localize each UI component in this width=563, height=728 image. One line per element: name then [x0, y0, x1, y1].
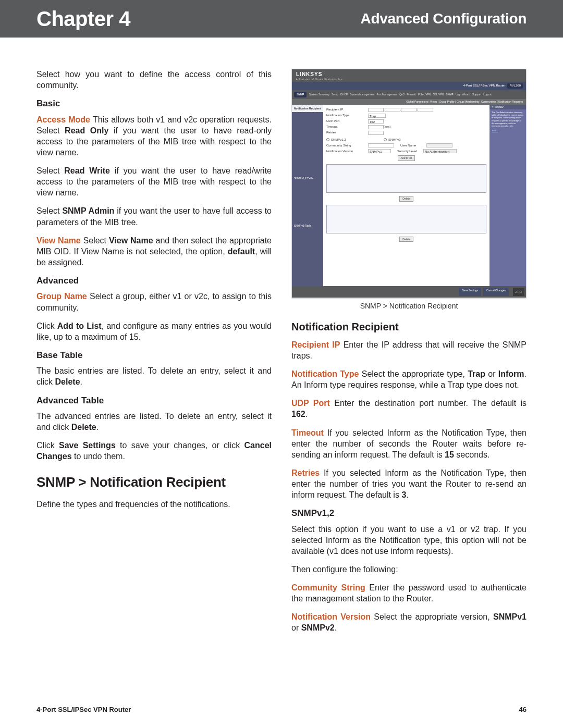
- text: to undo them.: [72, 452, 125, 461]
- read-write-para: Select Read Write if you want the user t…: [36, 165, 272, 198]
- tab[interactable]: Port Management: [376, 93, 397, 96]
- notification-type-para: Notification Type Select the appropriate…: [291, 368, 527, 390]
- model-bar: 4-Port SSL/IPSec VPN Router RVL200: [292, 82, 526, 90]
- tab[interactable]: Log: [456, 93, 460, 96]
- base-table-heading: Base Table: [36, 350, 272, 361]
- model-line: 4-Port SSL/IPSec VPN Router: [463, 84, 506, 88]
- lbl-un: User Name: [400, 144, 426, 148]
- tab[interactable]: QoS: [399, 93, 405, 96]
- tab[interactable]: SSL VPN: [433, 93, 444, 96]
- lbl-r2: SNMPv3: [388, 138, 401, 141]
- nav-active[interactable]: Notification Recipient: [292, 105, 323, 113]
- recipient-ip-term: Recipient IP: [291, 340, 340, 349]
- snmp-admin-para: Select SNMP Admin if you want the user t…: [36, 205, 272, 227]
- logo-text: LINKSYS: [296, 71, 322, 77]
- left-nav: Notification Recipient SNMPv1,2 Table SN…: [292, 105, 323, 286]
- tab[interactable]: IPSec VPN: [418, 93, 431, 96]
- add-to-list-button[interactable]: Add to list: [398, 155, 415, 161]
- un-input[interactable]: [426, 143, 452, 147]
- ip-input[interactable]: [368, 108, 384, 112]
- text: If you selected Inform as the Notificati…: [291, 428, 527, 459]
- tab[interactable]: Wizard: [462, 93, 470, 96]
- text: Select the appropriate version,: [371, 612, 493, 621]
- screenshot-footer: Save Settings Cancel Changes: [292, 286, 526, 298]
- sl-select[interactable]: No Authentication: [423, 149, 457, 153]
- text: or: [485, 369, 498, 378]
- nv-select[interactable]: SNMPv1: [368, 149, 391, 153]
- nav-item[interactable]: SNMPv1,2 Table: [294, 176, 321, 181]
- tab[interactable]: DHCP: [340, 93, 348, 96]
- snmpv12-para2: Then configure the following:: [291, 564, 527, 575]
- delete-label: Delete: [55, 377, 80, 386]
- read-only-label: Read Only: [65, 126, 108, 135]
- tab[interactable]: System Management: [350, 93, 374, 96]
- view-name-term: View Name: [36, 236, 81, 245]
- nav-item[interactable]: SNMPv3 Table: [294, 223, 321, 229]
- text: or: [291, 623, 301, 632]
- radio-v12[interactable]: [326, 138, 329, 141]
- delete-button[interactable]: Delete: [399, 196, 413, 202]
- timeout-input[interactable]: [368, 125, 384, 129]
- text: to save your changes, or click: [116, 441, 244, 450]
- text: Select the appropriate type,: [359, 369, 468, 378]
- snmpv12-list[interactable]: [326, 164, 486, 193]
- page-tab-active[interactable]: SNMP: [294, 92, 307, 97]
- snmp-nr-para: Define the types and frequencies of the …: [36, 499, 272, 510]
- lbl-re: Retries: [326, 131, 368, 135]
- text: Select: [36, 206, 62, 215]
- lbl-nv: Notification Version: [326, 150, 368, 154]
- notification-version-para: Notification Version Select the appropri…: [291, 611, 527, 633]
- lbl-cs: Community String: [326, 144, 368, 148]
- snmp-admin-label: SNMP Admin: [62, 206, 114, 215]
- cs-input[interactable]: [368, 143, 394, 147]
- top-tabs: SNMP System Summary Setup DHCP System Ma…: [292, 90, 526, 99]
- snmpv3-list[interactable]: [326, 205, 486, 233]
- cisco-logo-icon: [513, 288, 524, 296]
- retries-default: 3: [401, 490, 406, 499]
- tab[interactable]: Setup: [332, 93, 338, 96]
- tab[interactable]: System Summary: [309, 93, 329, 96]
- delete-button[interactable]: Delete: [399, 237, 413, 242]
- delete-label: Delete: [71, 423, 96, 431]
- nr-heading: Notification Recipient: [291, 320, 527, 334]
- inform-label: Inform: [498, 369, 524, 378]
- cancel-changes-button[interactable]: Cancel Changes: [483, 288, 509, 296]
- intro-para: Select how you want to define the access…: [36, 69, 272, 91]
- timeout-term: Timeout: [291, 428, 324, 437]
- timeout-para: Timeout If you selected Inform as the No…: [291, 427, 527, 460]
- add-to-list-para: Click Add to List, and configure as many…: [36, 320, 272, 342]
- radio-v3[interactable]: [384, 138, 387, 141]
- text: Click: [36, 441, 59, 450]
- right-column: LINKSYS A Division of Cisco Systems, Inc…: [291, 69, 527, 640]
- ip-input[interactable]: [385, 108, 400, 112]
- text: .: [335, 623, 337, 632]
- tab[interactable]: Logout: [483, 93, 491, 96]
- community-string-term: Community String: [291, 583, 365, 592]
- udp-port-para: UDP Port Enter the destination port numb…: [291, 398, 527, 419]
- tab[interactable]: SNMP: [446, 93, 453, 96]
- more-link[interactable]: More...: [492, 129, 524, 132]
- lbl-udp: UDP Port: [326, 119, 368, 124]
- snmpv12-para1: Select this option if you want to use a …: [291, 524, 527, 557]
- content-columns: Select how you want to define the access…: [0, 38, 563, 640]
- retries-input[interactable]: [368, 131, 384, 135]
- udp-default: 162: [291, 410, 305, 418]
- sitemap-title: 🔍 SITEMAP: [489, 105, 526, 109]
- text: Select: [36, 166, 64, 175]
- ip-input[interactable]: [401, 108, 417, 112]
- page: Chapter 4 Advanced Configuration Select …: [0, 0, 563, 728]
- footer-page-number: 46: [519, 706, 527, 713]
- nt-select[interactable]: Trap: [368, 114, 386, 118]
- tab[interactable]: Firewall: [407, 93, 415, 96]
- ip-input[interactable]: [418, 108, 433, 112]
- tab[interactable]: Support: [472, 93, 482, 96]
- udp-input[interactable]: 162: [368, 119, 384, 124]
- snmpv1-label: SNMPv1: [493, 612, 527, 621]
- unit: (sec): [384, 125, 390, 129]
- save-settings-button[interactable]: Save Settings: [459, 288, 481, 296]
- chapter-label: Chapter 4: [36, 7, 130, 31]
- help-pane: 🔍 SITEMAP The Port Administration summar…: [489, 105, 526, 286]
- group-name-term: Group Name: [36, 292, 87, 301]
- community-string-para: Community String Enter the password used…: [291, 582, 527, 604]
- retries-para: Retries If you selected Inform as the No…: [291, 467, 527, 500]
